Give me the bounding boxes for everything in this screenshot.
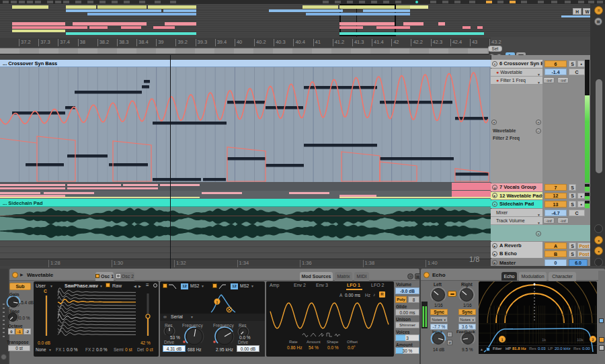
vocals-lane[interactable] — [0, 182, 491, 191]
automation-lane-bg[interactable] — [491, 85, 542, 183]
ruler-tick[interactable]: 41 — [313, 39, 321, 46]
clip-segment[interactable] — [452, 191, 491, 197]
table-menu-icon[interactable]: ≡ — [146, 282, 149, 288]
tab-env2[interactable]: Env 2 — [294, 283, 306, 287]
tab-amp[interactable]: Amp — [270, 283, 279, 287]
overview-clip-segment[interactable] — [148, 5, 196, 9]
freq2-value[interactable]: 2.95 kHz — [216, 347, 233, 352]
overview-menu-icon[interactable]: ≡ — [594, 6, 603, 15]
toolbar-button[interactable] — [383, 1, 389, 3]
toolbar-button[interactable] — [35, 1, 41, 3]
track-number-button[interactable]: 7 — [544, 184, 567, 191]
echo-right-value[interactable]: 1/16 — [463, 303, 472, 308]
filter1-slope-badge[interactable]: 12 — [181, 283, 188, 289]
solo-button[interactable]: S — [569, 201, 576, 208]
offset-value[interactable]: 0.0° — [348, 345, 356, 350]
raw-checkbox[interactable] — [106, 283, 110, 287]
track-number-button[interactable]: 13 — [544, 201, 567, 208]
clip-segment[interactable] — [0, 187, 65, 189]
synbass-clip-body[interactable] — [0, 67, 491, 182]
overview-clip-segment[interactable] — [477, 26, 483, 29]
pan-field[interactable]: C — [569, 210, 585, 216]
toolbar-button[interactable] — [99, 1, 106, 3]
sub-button[interactable]: Sub — [9, 283, 31, 290]
clip-segment[interactable] — [339, 197, 491, 198]
synbass-clip-titlebar[interactable] — [0, 60, 491, 67]
overview-clip-segment[interactable] — [66, 9, 161, 12]
toolbar-button[interactable] — [359, 1, 365, 3]
wavetable-table-select[interactable]: SawPhase.wav — [65, 283, 98, 288]
filter2-slope-badge[interactable]: 12 — [231, 283, 238, 289]
lfo-hz-toggle[interactable]: Hz — [365, 293, 370, 298]
return-a-header[interactable]: A Reverb — [491, 242, 542, 250]
clip-segment[interactable] — [123, 184, 158, 186]
overview-grid-icon[interactable]: ▦ — [594, 17, 602, 26]
arm-button[interactable]: ● — [577, 193, 585, 199]
device-unfold-icon[interactable]: ▶ — [20, 272, 24, 277]
empty-lanes[interactable] — [0, 240, 491, 259]
toolbar-button[interactable] — [442, 1, 448, 3]
shape-value[interactable]: 0.0 % — [327, 345, 339, 350]
cut-box-orange[interactable] — [599, 337, 604, 343]
fx1-value[interactable]: 0.0 % — [67, 347, 78, 352]
overview-clip-segment[interactable] — [73, 22, 147, 26]
tab-mod-sources[interactable]: Mod Sources — [300, 272, 333, 281]
toolbar-button[interactable] — [3, 1, 9, 3]
overview-clip-segment[interactable] — [12, 30, 65, 32]
toolbar-button[interactable] — [565, 1, 571, 3]
arm-button[interactable]: ● — [577, 60, 585, 67]
overview-clip-segment[interactable] — [561, 15, 590, 17]
mixer-chooser[interactable]: Mixer▼ — [491, 209, 542, 217]
cut-box-gray[interactable] — [599, 345, 604, 351]
semi-value[interactable]: 0 st — [125, 347, 132, 352]
ruler-tick[interactable]: 39 — [156, 39, 163, 46]
ruler-tick[interactable]: 43.2 — [489, 39, 501, 46]
poly-button[interactable]: Poly — [395, 296, 407, 303]
arm-button[interactable]: ● — [577, 201, 585, 208]
fold-track-icon[interactable]: ▼ — [492, 61, 497, 66]
ruler-tick[interactable]: 37.2 — [19, 39, 31, 46]
ruler-tick[interactable]: 37.3 — [38, 39, 50, 46]
tab-env3[interactable]: Env 3 — [316, 283, 328, 287]
tab-osc1[interactable]: Osc 1 — [95, 272, 114, 281]
set-button[interactable]: Set — [488, 46, 502, 52]
overview-clip-segment[interactable] — [462, 26, 471, 29]
overview-clip-segment[interactable] — [12, 5, 48, 9]
filter-checkbox[interactable] — [486, 347, 490, 351]
ruler-tick[interactable]: 38.4 — [136, 39, 149, 46]
tab-matrix[interactable]: Matrix — [335, 272, 352, 281]
toolbar-button[interactable] — [430, 1, 436, 3]
track-number-button[interactable]: A — [544, 242, 567, 249]
ruler-tick[interactable]: 38 — [78, 39, 85, 46]
scrollbar-thumb[interactable] — [596, 79, 602, 173]
ruler-tick[interactable]: 40.2 — [254, 39, 266, 46]
overview-clip-segment[interactable] — [339, 5, 395, 9]
filter2-checkbox[interactable] — [212, 283, 217, 288]
octave-minus2-button[interactable]: -2 — [24, 328, 31, 334]
overview-clip-segment[interactable] — [376, 26, 410, 29]
echo-power-button[interactable] — [424, 272, 430, 278]
overview-clip-segment[interactable] — [302, 5, 338, 9]
res2-value[interactable]: 0.00 — [582, 347, 590, 351]
offset-right-field[interactable]: 3.6 % — [458, 324, 476, 330]
unison-amount-field[interactable]: 30 % — [395, 347, 419, 354]
ruler-tick[interactable]: 39.4 — [215, 39, 227, 46]
voices-field[interactable]: 3 — [395, 334, 419, 341]
overview-clip-segment[interactable] — [163, 9, 196, 12]
toolbar-button-active[interactable] — [510, 1, 516, 3]
clip-segment[interactable] — [289, 192, 329, 194]
ruler-tick[interactable]: 40.4 — [293, 39, 305, 46]
lfo-attack-value[interactable]: 0.00 ms — [345, 293, 360, 298]
ruler-tick[interactable]: 42 — [391, 39, 399, 46]
res2-value[interactable]: 0.0 % — [239, 335, 251, 340]
synbass-clip-title[interactable]: ... Crossover Syn Bass — [3, 60, 57, 66]
osc-position-value[interactable]: 42 % — [140, 340, 151, 345]
device-chain-button[interactable] — [1, 354, 7, 360]
ruler-tick[interactable]: 40 — [235, 39, 242, 46]
toolbar-button[interactable] — [11, 1, 17, 3]
toolbar-button[interactable] — [323, 1, 329, 3]
ruler-tick[interactable]: 39.2 — [175, 39, 188, 46]
ruler-tick[interactable]: 39.3 — [196, 39, 208, 46]
sidechain-clip-title[interactable]: ... Sidechain Pad — [3, 200, 43, 206]
overview-clip-segment[interactable] — [306, 13, 410, 15]
